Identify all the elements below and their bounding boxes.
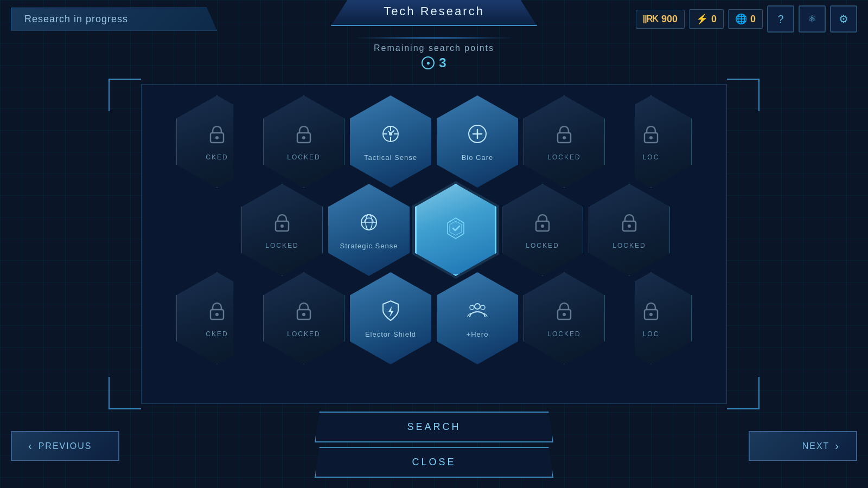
hex-cell-0-0[interactable]: CKED — [176, 95, 258, 188]
research-status: Research in progress — [11, 8, 217, 31]
points-number: 3 — [439, 55, 446, 70]
hex-label-0-5: LOC — [643, 153, 660, 161]
svg-point-28 — [563, 313, 566, 316]
hex-cell-0-5[interactable]: LOC — [610, 95, 692, 188]
points-icon: ● — [422, 56, 435, 69]
hex-cell-2-4[interactable]: LOCKED — [524, 272, 605, 364]
svg-point-17 — [541, 224, 544, 228]
help-button[interactable]: ? — [767, 5, 794, 33]
atom-button[interactable]: ⚛ — [799, 5, 826, 33]
lightning-icon: ⚡ — [696, 13, 708, 25]
hex-icon-lock — [639, 299, 663, 326]
hex-label-1-4: LOCKED — [612, 242, 646, 249]
svg-point-19 — [628, 224, 631, 228]
hex-icon-lock — [205, 122, 229, 149]
rk-icon: ||RK — [643, 14, 658, 24]
lightning-value: 0 — [711, 14, 717, 25]
remaining-points: Remaining search points ● 3 — [374, 43, 494, 70]
remaining-label: Remaining search points — [374, 43, 494, 53]
hex-icon-lock — [270, 210, 294, 237]
svg-point-1 — [215, 136, 219, 139]
hex-label-0-0: CKED — [206, 153, 228, 161]
hex-label-0-3: Bio Care — [462, 153, 494, 162]
hex-cell-0-1[interactable]: LOCKED — [263, 95, 344, 188]
hex-label-2-4: LOCKED — [547, 330, 580, 338]
svg-point-30 — [649, 313, 653, 316]
hex-label-0-4: LOCKED — [547, 153, 580, 161]
hex-cell-1-2[interactable] — [415, 184, 496, 276]
lightning-currency: ⚡ 0 — [689, 9, 724, 29]
hex-label-2-5: LOC — [643, 330, 660, 338]
hex-cell-1-0[interactable]: LOCKED — [241, 184, 323, 276]
hex-icon-shield — [379, 299, 403, 326]
hex-label-2-3: +Hero — [467, 330, 489, 338]
svg-point-24 — [475, 304, 480, 309]
hex-cell-2-3[interactable]: +Hero — [437, 272, 518, 364]
hex-icon-tactical — [379, 122, 403, 149]
hex-row-0: CKED LOCKED Tactical Sense Bio Care LOCK… — [198, 95, 670, 188]
hex-cell-0-4[interactable]: LOCKED — [524, 95, 605, 188]
svg-point-12 — [280, 224, 284, 228]
hex-row-2: CKED LOCKED Elector Shield +Hero LOCKED … — [198, 272, 670, 364]
hex-label-2-1: LOCKED — [287, 330, 320, 338]
hex-icon-selected — [442, 215, 469, 245]
hex-label-1-3: LOCKED — [526, 242, 559, 249]
hex-label-0-2: Tactical Sense — [364, 153, 417, 162]
hex-cell-0-2[interactable]: Tactical Sense — [350, 95, 431, 188]
hex-cell-1-3[interactable]: LOCKED — [502, 184, 583, 276]
svg-point-3 — [302, 136, 305, 139]
hex-icon-strategic — [357, 210, 381, 237]
hex-icon-hero — [465, 299, 489, 326]
corner-bracket-tr — [727, 79, 760, 111]
hex-label-1-1: Strategic Sense — [340, 242, 398, 250]
rk-value: 900 — [661, 14, 678, 25]
close-button[interactable]: CLOSE — [315, 447, 553, 478]
hex-icon-lock — [617, 210, 641, 237]
globe-icon: 🌐 — [735, 13, 747, 25]
hex-icon-lock — [552, 299, 576, 326]
hex-cell-2-0[interactable]: CKED — [176, 272, 258, 364]
hex-label-0-1: LOCKED — [287, 153, 320, 161]
hex-label-2-2: Elector Shield — [365, 330, 416, 338]
research-status-text: Research in progress — [24, 14, 128, 24]
globe-value: 0 — [750, 14, 756, 25]
hex-cell-0-3[interactable]: Bio Care — [437, 95, 518, 188]
settings-button[interactable]: ⚙ — [830, 5, 857, 33]
hex-icon-lock — [552, 122, 576, 149]
hex-row-1: LOCKED Strategic Sense LOCKED LOCKED — [241, 184, 670, 276]
corner-bracket-tl — [108, 79, 141, 111]
svg-point-26 — [481, 305, 485, 310]
globe-currency: 🌐 0 — [728, 9, 763, 29]
svg-point-21 — [215, 313, 219, 316]
page-title: Tech Research — [331, 0, 537, 26]
hex-icon-lock — [531, 210, 554, 237]
hex-cell-2-2[interactable]: Elector Shield — [350, 272, 431, 364]
points-value-display: ● 3 — [374, 55, 494, 70]
tech-grid-container: CKED LOCKED Tactical Sense Bio Care LOCK… — [141, 84, 727, 404]
hex-grid: CKED LOCKED Tactical Sense Bio Care LOCK… — [142, 85, 726, 375]
hex-icon-bio — [465, 122, 489, 149]
bottom-area: SEARCH CLOSE — [0, 401, 868, 488]
hex-cell-2-1[interactable]: LOCKED — [263, 272, 344, 364]
next-button[interactable]: NEXT › — [749, 431, 857, 461]
hex-icon-lock — [292, 122, 316, 149]
hex-cell-1-1[interactable]: Strategic Sense — [328, 184, 410, 276]
top-bar: Research in progress Tech Research ||RK … — [0, 0, 868, 38]
hex-icon-lock — [292, 299, 316, 326]
svg-point-25 — [470, 305, 474, 310]
hex-cell-1-4[interactable]: LOCKED — [589, 184, 670, 276]
rk-currency: ||RK 900 — [636, 10, 685, 29]
hex-icon-lock — [639, 122, 663, 149]
title-center: Tech Research — [331, 0, 537, 26]
top-right-icons: ||RK 900 ⚡ 0 🌐 0 ? ⚛ ⚙ — [636, 5, 857, 33]
search-button[interactable]: SEARCH — [315, 412, 553, 442]
svg-point-10 — [649, 136, 653, 139]
next-label: NEXT — [802, 441, 830, 451]
hex-icon-lock — [205, 299, 229, 326]
center-buttons: SEARCH CLOSE — [315, 412, 553, 478]
hex-label-1-0: LOCKED — [265, 242, 298, 249]
hex-label-2-0: CKED — [206, 330, 228, 338]
svg-point-23 — [302, 313, 305, 316]
chevron-right-icon: › — [835, 440, 840, 452]
hex-cell-2-5[interactable]: LOC — [610, 272, 692, 364]
